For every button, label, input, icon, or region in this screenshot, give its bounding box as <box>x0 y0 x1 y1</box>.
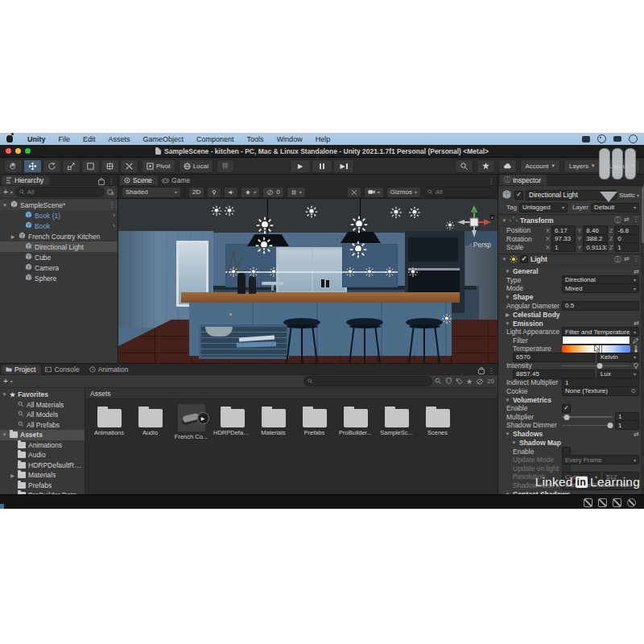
hierarchy-item-camera[interactable]: Camera <box>0 262 118 273</box>
scene-tools-button[interactable] <box>347 187 361 198</box>
expand-caret-icon[interactable]: ▶ <box>10 473 15 478</box>
tab-inspector[interactable]: ⓘInspector <box>500 175 547 185</box>
asset-probuilder-[interactable]: ProBuilder... <box>336 404 374 436</box>
light-gizmo-icon[interactable] <box>351 217 368 233</box>
menu-edit[interactable]: Edit <box>76 135 102 143</box>
light-gizmo-icon[interactable] <box>390 207 402 218</box>
help-icon[interactable]: ⓘ <box>614 255 621 264</box>
hierarchy-add-button[interactable]: + <box>3 188 8 196</box>
expand-caret-icon[interactable]: ▼ <box>2 392 7 397</box>
assets-breadcrumb[interactable]: Assets <box>85 388 497 399</box>
scene-effects-dropdown[interactable] <box>241 187 260 198</box>
project-tree-all-prefabs[interactable]: All Prefabs <box>0 420 85 431</box>
tab-scene[interactable]: Scene <box>120 175 158 185</box>
hierarchy-item-directional-light[interactable]: Directional Light <box>0 242 118 252</box>
play-button[interactable]: ▶ <box>290 159 311 173</box>
muted-notification-icon-2[interactable] <box>598 498 607 507</box>
minimize-window-button[interactable] <box>15 148 21 154</box>
menu-gameobject[interactable]: GameObject <box>137 135 191 143</box>
project-lock-icon[interactable] <box>478 369 485 374</box>
light-gizmo-icon[interactable] <box>408 266 418 275</box>
thermometer-icon[interactable] <box>633 345 639 353</box>
light-gizmo-icon[interactable] <box>345 266 355 275</box>
scene-search-input[interactable]: All <box>423 187 494 197</box>
bulb-icon[interactable] <box>633 362 639 369</box>
move-tool-button[interactable] <box>23 159 42 173</box>
project-tree-assets[interactable]: ▼Assets <box>0 430 85 440</box>
volumetrics-subheader[interactable]: ▼Volumetrics <box>498 395 644 404</box>
scene-hidden-count-button[interactable]: 0 <box>262 187 283 198</box>
menu-tools[interactable]: Tools <box>241 135 270 143</box>
rotate-tool-button[interactable] <box>43 159 61 173</box>
hierarchy-item-book[interactable]: Book› <box>0 221 118 231</box>
preset-knob-icon[interactable]: ⇄ <box>634 268 639 275</box>
scale-y-field[interactable]: 0.91133 <box>583 242 607 252</box>
temperature-gradient-slider[interactable] <box>562 345 630 353</box>
scene-panel-menu-icon[interactable]: ⋮ <box>488 178 494 185</box>
pause-button[interactable] <box>312 159 332 173</box>
tab-hierarchy[interactable]: Hierarchy <box>2 175 49 185</box>
lock-icon[interactable] <box>98 180 105 185</box>
light-enabled-checkbox[interactable] <box>520 255 528 263</box>
cookie-object-field[interactable]: None (Texture)⊙ <box>562 386 639 396</box>
scale-tool-button[interactable] <box>62 159 80 173</box>
update-mode-dropdown[interactable]: Every Frame <box>562 455 639 464</box>
preset-knob-icon[interactable]: ⇄ <box>634 431 639 438</box>
shadow-dimmer-slider[interactable] <box>562 422 613 429</box>
hierarchy-add-caret-icon[interactable]: ▾ <box>10 189 13 195</box>
rect-tool-button[interactable] <box>81 159 100 173</box>
more-icon[interactable]: ⋮ <box>633 216 639 225</box>
menu-component[interactable]: Component <box>190 135 241 143</box>
active-checkbox[interactable] <box>514 191 523 200</box>
asset-materials[interactable]: Materials <box>254 404 292 436</box>
tab-console[interactable]: Console <box>41 365 85 374</box>
asset-samplesc-[interactable]: SampleSc... <box>378 404 415 436</box>
transform-tool-button[interactable] <box>101 159 119 173</box>
help-icon[interactable]: ⓘ <box>614 216 621 225</box>
gizmos-dropdown[interactable]: Gizmos <box>386 187 421 198</box>
general-subheader[interactable]: ▼General⇄ <box>498 267 644 276</box>
menu-file[interactable]: File <box>52 135 77 143</box>
angular-diameter-field[interactable]: 0.5 <box>562 301 639 311</box>
muted-notification-icon-3[interactable] <box>613 498 621 507</box>
scene-viewport[interactable]: x ‹Persp <box>118 199 497 363</box>
search-save-icon[interactable] <box>435 378 442 385</box>
asset-scenes[interactable]: Scenes <box>419 404 456 436</box>
scene-camera-dropdown[interactable] <box>364 187 384 198</box>
presets-icon[interactable]: ⇄ <box>624 216 630 225</box>
tab-game[interactable]: Game <box>158 175 196 185</box>
project-search-input[interactable] <box>303 376 432 386</box>
scene-grid-dropdown[interactable] <box>287 187 306 198</box>
eyedropper-icon[interactable] <box>633 337 639 344</box>
project-menu-icon[interactable]: ⋮ <box>488 367 494 374</box>
prefab-open-arrow-icon[interactable]: › <box>113 212 115 219</box>
celestial-body-subheader[interactable]: ▶Celestial Body <box>498 310 644 319</box>
scale-z-field[interactable]: 1 <box>614 242 639 252</box>
step-button[interactable]: ▶ <box>333 159 354 173</box>
zoom-window-button[interactable] <box>25 148 31 154</box>
shape-subheader[interactable]: ▼Shape <box>498 293 644 302</box>
expand-caret-icon[interactable]: ▶ <box>10 233 16 239</box>
light-gizmo-icon[interactable] <box>229 266 238 275</box>
close-window-button[interactable] <box>6 148 11 154</box>
display-icon[interactable] <box>613 136 621 142</box>
scene-menu-icon[interactable]: ⋮ <box>109 201 115 208</box>
label-icon[interactable] <box>456 378 463 385</box>
scene-lighting-button[interactable] <box>207 187 221 198</box>
menu-assets[interactable]: Assets <box>102 135 137 143</box>
muted-notification-icon-1[interactable] <box>584 498 592 507</box>
tab-project[interactable]: Project <box>2 365 41 374</box>
project-tree-prefabs[interactable]: Prefabs <box>0 481 85 491</box>
light-section-header[interactable]: ▼ Light ⓘ⇄⋮ <box>498 254 644 266</box>
panel-menu-icon[interactable]: ⋮ <box>108 178 114 185</box>
scale-x-field[interactable]: 1 <box>551 242 576 252</box>
light-gizmo-icon[interactable] <box>442 312 452 322</box>
console-status-icon[interactable] <box>627 498 636 507</box>
controller-icon[interactable] <box>582 136 590 142</box>
presets-icon[interactable]: ⇄ <box>624 255 630 264</box>
light-gizmo-icon[interactable] <box>350 242 367 258</box>
hand-tool-button[interactable] <box>4 159 23 173</box>
tab-animation[interactable]: Animation <box>85 365 134 374</box>
menu-window[interactable]: Window <box>270 135 309 143</box>
custom-tool-button[interactable] <box>120 159 138 173</box>
